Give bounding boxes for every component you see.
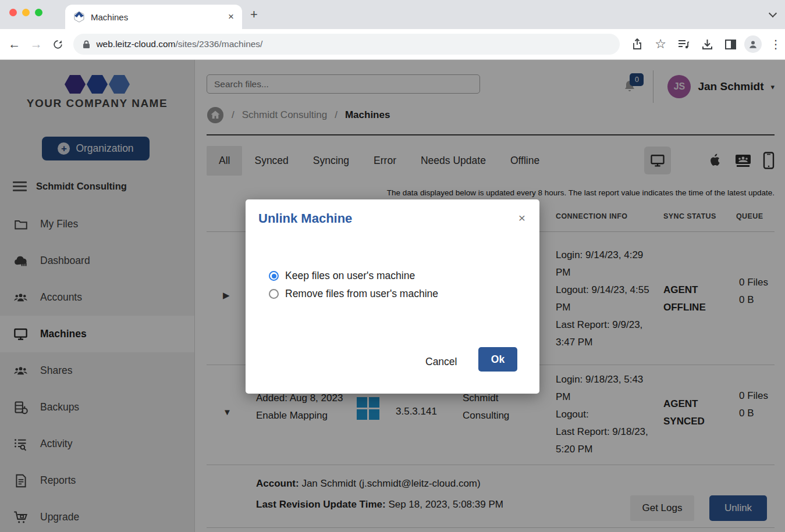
radio-selected-icon	[269, 271, 279, 281]
window-controls	[9, 9, 42, 16]
browser-toolbar: ← → web.leitz-cloud.com /sites/2336/mach…	[0, 29, 785, 60]
radio-label: Keep files on user's machine	[285, 270, 415, 282]
lock-icon	[83, 40, 90, 49]
unlink-machine-dialog: Unlink Machine × Keep files on user's ma…	[246, 199, 539, 394]
app-window: YOUR COMPANY NAME + Organization Schmidt…	[0, 60, 785, 532]
side-panel-icon[interactable]	[721, 35, 740, 53]
browser-tabstrip: Machines × +	[0, 0, 785, 29]
playlist-icon[interactable]	[674, 35, 693, 53]
cancel-button[interactable]: Cancel	[417, 351, 465, 373]
url-path: /sites/2336/machines/	[176, 39, 263, 49]
toolbar-actions: ☆ ⋮	[628, 35, 785, 53]
tab-title: Machines	[91, 12, 228, 22]
unlink-options: Keep files on user's machine Remove file…	[269, 267, 438, 303]
download-icon[interactable]	[698, 35, 716, 53]
ok-button[interactable]: Ok	[478, 347, 517, 372]
maximize-window-button[interactable]	[35, 9, 42, 16]
radio-label: Remove files from user's machine	[285, 288, 438, 300]
url-bar[interactable]: web.leitz-cloud.com /sites/2336/machines…	[73, 34, 620, 55]
close-window-button[interactable]	[9, 9, 17, 16]
browser-profile-avatar[interactable]	[744, 35, 762, 53]
dialog-title: Unlink Machine	[258, 211, 352, 226]
new-tab-button[interactable]: +	[250, 7, 258, 22]
forward-button[interactable]: →	[25, 37, 47, 51]
minimize-window-button[interactable]	[22, 9, 30, 16]
bookmark-star-icon[interactable]: ☆	[651, 35, 670, 53]
favicon	[73, 11, 85, 23]
reload-button[interactable]	[47, 39, 69, 50]
browser-menu-kebab-icon[interactable]: ⋮	[766, 35, 785, 53]
radio-remove-files[interactable]: Remove files from user's machine	[269, 285, 438, 303]
back-button[interactable]: ←	[3, 37, 25, 51]
share-icon[interactable]	[628, 35, 647, 53]
screen: Machines × + ← → web.leitz-cloud.com /si…	[0, 0, 785, 532]
url-domain: web.leitz-cloud.com	[96, 39, 175, 49]
tab-close-icon[interactable]: ×	[228, 11, 234, 23]
browser-tab[interactable]: Machines ×	[65, 5, 242, 29]
close-icon[interactable]: ×	[518, 211, 525, 225]
tab-search-chevron-icon[interactable]	[770, 10, 776, 16]
radio-keep-files[interactable]: Keep files on user's machine	[269, 267, 438, 285]
radio-unselected-icon	[269, 289, 279, 299]
